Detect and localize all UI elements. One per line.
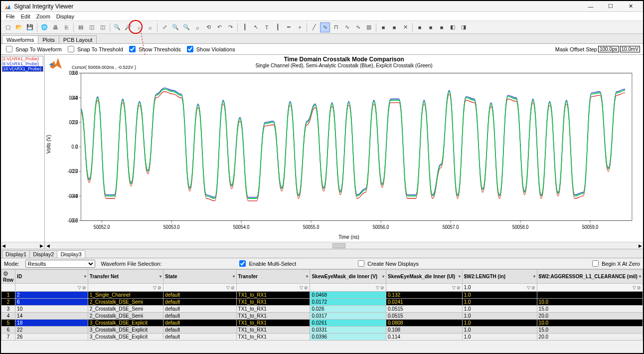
show-thresholds-check[interactable]: Show Thresholds: [127, 44, 181, 54]
sort-icon[interactable]: ▾: [84, 274, 86, 279]
tb-zoom-reset-icon[interactable]: ⟲: [203, 22, 213, 32]
clear-filter-icon[interactable]: ⊘: [231, 285, 235, 290]
mode-select[interactable]: Results: [25, 260, 95, 268]
tb-cursor-icon[interactable]: ↖: [251, 22, 261, 32]
table-row[interactable]: 6223_Crosstalk_DSE_ExplicitdefaultTX1_to…: [1, 327, 643, 334]
table-row[interactable]: 7263_Crosstalk_DSE_ExplicitdefaultTX1_to…: [1, 334, 643, 341]
tb-pulse-icon[interactable]: ⊓: [331, 22, 341, 32]
tb-sq1-icon[interactable]: ■: [378, 22, 388, 32]
sidebar-scroll[interactable]: ◀▶: [1, 242, 44, 249]
maximize-button[interactable]: ☐: [601, 1, 620, 11]
tb-close-icon[interactable]: ✕: [400, 22, 410, 32]
probe-item[interactable]: 18:V(ARX1_Probe): [2, 66, 43, 71]
mask-time-value[interactable]: 100.0ps: [598, 46, 619, 52]
funnel-icon[interactable]: ▽: [153, 285, 157, 290]
funnel-icon[interactable]: ▽: [78, 285, 81, 290]
display-tab-display1[interactable]: Display1: [2, 250, 30, 258]
menu-file[interactable]: File: [4, 13, 17, 20]
clear-filter-icon[interactable]: ⊘: [637, 285, 641, 290]
tb-zoom-fit-icon[interactable]: ⤢: [160, 22, 169, 32]
tb-wave2-icon[interactable]: ∿: [342, 22, 352, 32]
tb-text-icon[interactable]: T: [262, 22, 272, 32]
tb-step-back-icon[interactable]: ↶: [214, 22, 224, 32]
display-tab-display2[interactable]: Display2: [29, 250, 57, 258]
snap-waveform-check[interactable]: Snap To Waveform: [4, 44, 62, 54]
tb-zoom-in-icon[interactable]: 🔍: [112, 22, 122, 32]
col-transfer-net[interactable]: Transfer Net▾: [88, 270, 163, 284]
menu-zoom[interactable]: Zoom: [34, 13, 52, 20]
clear-filter-icon[interactable]: ⊘: [457, 285, 461, 290]
tb-chart-icon[interactable]: ▥: [364, 22, 374, 32]
plot-area[interactable]: -0.6-0.4-0.200.20.40.650052.050053.05005…: [61, 68, 637, 239]
filter-input[interactable]: [90, 285, 152, 290]
probe-list[interactable]: 2:V(ARX1_Probe)6:V(ARX1_Probe)18:V(ARX1_…: [2, 56, 43, 72]
tb-zoom-area2-icon[interactable]: ⌕: [145, 22, 155, 32]
col-row[interactable]: ⚙Row: [1, 270, 15, 284]
table-row[interactable]: 3102_Crosstalk_DSE_SemidefaultTX1_to_RX1…: [1, 306, 643, 313]
sort-icon[interactable]: ▾: [160, 274, 161, 279]
tb-cube-icon[interactable]: ◧: [448, 22, 458, 32]
mask-volt-value[interactable]: 10.0mV: [620, 46, 640, 52]
tb-copy-icon[interactable]: ⎘: [61, 22, 71, 32]
col-state[interactable]: State▾: [163, 270, 236, 284]
sort-icon[interactable]: ▾: [306, 274, 308, 279]
clear-filter-icon[interactable]: ⊘: [82, 285, 86, 290]
tb-sq5-icon[interactable]: ■: [437, 22, 447, 32]
clear-filter-icon[interactable]: ⊘: [158, 285, 161, 290]
tb-sq4-icon[interactable]: ■: [426, 22, 436, 32]
tb-sq2-icon[interactable]: ■: [389, 22, 399, 32]
filter-input[interactable]: [165, 285, 225, 290]
tb-zoom-y-icon[interactable]: 🔍: [181, 22, 191, 32]
probe-item[interactable]: 6:V(ARX1_Probe): [2, 61, 43, 66]
table-row[interactable]: 121_Single_ChanneldefaultTX1_to_RX10.046…: [1, 292, 643, 299]
tb-marker-h-icon[interactable]: ┃: [240, 22, 250, 32]
clear-filter-icon[interactable]: ⊘: [531, 285, 535, 290]
tb-cube2-icon[interactable]: ◨: [459, 22, 469, 32]
menu-edit[interactable]: Edit: [19, 13, 32, 20]
clear-filter-icon[interactable]: ⊘: [380, 285, 384, 290]
sort-icon[interactable]: ▾: [533, 274, 535, 279]
filter-input[interactable]: [312, 285, 375, 290]
funnel-icon[interactable]: ▽: [300, 285, 303, 290]
snap-threshold-check[interactable]: Snap To Threshold: [66, 44, 123, 54]
tb-dup2-icon[interactable]: ◫: [98, 22, 108, 32]
col--w2-aggressor-l1-clearance-mil-[interactable]: $W2:AGGRESSOR_L1_CLEARANCE (mil)▾: [537, 270, 643, 284]
tb-crosshair-icon[interactable]: ＋: [295, 22, 305, 32]
sort-icon[interactable]: ▾: [233, 274, 235, 279]
tb-zoom-area-icon[interactable]: ⌕: [134, 22, 144, 32]
results-grid[interactable]: ⚙RowID▾Transfer Net▾State▾Transfer▾SkewE…: [1, 269, 643, 353]
tb-globe-icon[interactable]: 🌐: [39, 22, 49, 32]
tb-ruler-v-icon[interactable]: ┃: [273, 22, 283, 32]
tb-ruler-h-icon[interactable]: ━: [284, 22, 294, 32]
filter-input[interactable]: [539, 285, 632, 290]
col-skeweyemask-die-inner-v-[interactable]: SkewEyeMask_die Inner (V)▾: [310, 270, 386, 284]
table-row[interactable]: 5183_Crosstalk_DSE_ExplicitdefaultTX1_to…: [1, 320, 643, 327]
begin-zero-check[interactable]: Begin X At Zero: [590, 259, 640, 268]
tab-waveforms[interactable]: Waveforms: [2, 35, 38, 43]
tb-print-icon[interactable]: 🖶: [50, 22, 60, 32]
tb-save-icon[interactable]: 💾: [25, 22, 35, 32]
funnel-icon[interactable]: ▽: [226, 285, 230, 290]
tb-slash-icon[interactable]: ╱: [309, 22, 319, 32]
show-violations-check[interactable]: Show Violations: [185, 44, 235, 54]
tb-wave3-icon[interactable]: ∿: [353, 22, 363, 32]
filter-input[interactable]: [464, 285, 526, 290]
minimize-button[interactable]: —: [581, 1, 600, 11]
col-skeweyemask-die-inner-ui-[interactable]: SkewEyeMask_die Inner (UI)▾: [386, 270, 463, 284]
sort-icon[interactable]: ▾: [459, 274, 461, 279]
col-id[interactable]: ID▾: [15, 270, 88, 284]
table-row[interactable]: 262_Crosstalk_DSE_SemidefaultTX1_to_RX10…: [1, 299, 643, 306]
menu-display[interactable]: Display: [54, 13, 76, 20]
col-transfer[interactable]: Transfer▾: [236, 270, 310, 284]
create-new-check[interactable]: Create New Displays: [356, 259, 419, 268]
filter-input[interactable]: [17, 285, 77, 290]
sort-icon[interactable]: ▾: [639, 274, 641, 279]
funnel-icon[interactable]: ▽: [376, 285, 379, 290]
filter-input[interactable]: [238, 285, 299, 290]
tb-zoom-out-icon[interactable]: 🔎: [123, 22, 133, 32]
enable-multi-check[interactable]: Enable Multi-Select: [237, 259, 296, 268]
table-row[interactable]: 4142_Crosstalk_DSE_SemidefaultTX1_to_RX1…: [1, 313, 643, 320]
tb-dup1-icon[interactable]: ◫: [87, 22, 97, 32]
sort-icon[interactable]: ▾: [382, 274, 384, 279]
tb-sheet-icon[interactable]: ▤: [76, 22, 86, 32]
